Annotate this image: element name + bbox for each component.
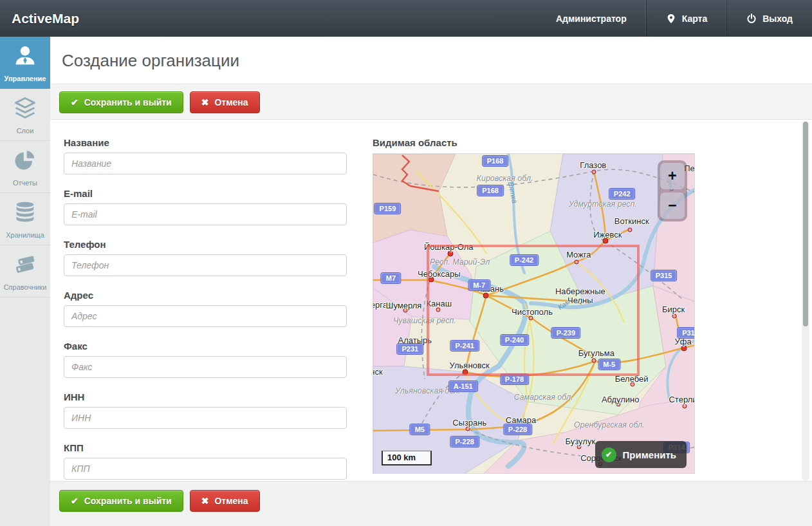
- field-label: Адрес: [64, 290, 347, 301]
- sidebar-item-management[interactable]: Управление: [0, 37, 50, 89]
- city-label: Уфа: [674, 337, 691, 346]
- field-inn: ИНН: [64, 391, 347, 429]
- map-scale-bar: 100 km: [382, 451, 432, 465]
- cancel-button[interactable]: ✖ Отмена: [190, 91, 260, 113]
- sidebar-item-label: Хранилища: [1, 231, 49, 239]
- city-label: Бузулук: [566, 438, 596, 447]
- zoom-control: + −: [658, 160, 687, 221]
- pie-chart-icon: [12, 164, 38, 175]
- field-label: ИНН: [64, 391, 347, 402]
- check-icon: ✔: [71, 97, 78, 108]
- fax-input[interactable]: [64, 356, 347, 378]
- cancel-button-label: Отмена: [214, 496, 248, 506]
- sidebar-item-label: Слои: [1, 127, 49, 135]
- field-label: E-mail: [64, 188, 347, 199]
- map-canvas[interactable]: Кировская обл.Удмуртская респ.Респ. Мари…: [373, 153, 695, 474]
- road-badge: Р-228: [504, 424, 531, 435]
- app-header: ActiveMap Администратор Карта Выход: [0, 0, 812, 37]
- sidebar-item-label: Управление: [1, 75, 49, 82]
- city-label: Воткинск: [614, 217, 649, 226]
- sidebar-item-directories[interactable]: Справочники: [0, 245, 50, 297]
- visible-area-section: Видимая область: [373, 137, 695, 481]
- sidebar-item-label: Отчеты: [1, 179, 49, 187]
- power-icon: [746, 14, 757, 24]
- sidebar-item-label: Справочники: [1, 283, 49, 291]
- road-badge: Р242: [609, 189, 635, 199]
- layers-icon: [12, 112, 38, 123]
- user-menu[interactable]: Администратор: [537, 0, 646, 37]
- check-icon: ✔: [71, 496, 78, 506]
- email-input[interactable]: [64, 203, 347, 225]
- scrollbar-thumb[interactable]: [803, 122, 808, 326]
- city-dot: [672, 314, 677, 318]
- city-label: Стерлита: [669, 395, 695, 404]
- title-area: Создание организации: [50, 37, 812, 84]
- sidebar-item-reports[interactable]: Отчеты: [0, 141, 50, 193]
- map-pin-icon: [666, 14, 676, 24]
- books-icon: [12, 268, 38, 279]
- sidebar-item-storages[interactable]: Хранилища: [0, 193, 50, 245]
- cancel-button[interactable]: ✖ Отмена: [190, 490, 260, 512]
- organization-form: Название E-mail Телефон Адрес Факс ИНН: [64, 137, 347, 481]
- field-label: Название: [64, 137, 347, 148]
- road-badge: Р159: [375, 203, 401, 214]
- region-label: Оренбургская обл.: [574, 420, 645, 429]
- field-kpp: КПП: [64, 442, 347, 480]
- user-icon: [12, 60, 38, 71]
- road-badge: Р168: [483, 156, 508, 166]
- field-address: Адрес: [64, 290, 347, 327]
- map-link[interactable]: Карта: [646, 0, 727, 37]
- field-email: E-mail: [64, 188, 347, 225]
- city-dot: [683, 404, 687, 408]
- address-input[interactable]: [64, 305, 347, 327]
- user-menu-label: Администратор: [556, 14, 627, 24]
- road-badge: Р315: [678, 328, 695, 338]
- road-badge: Р-228: [451, 437, 479, 447]
- kpp-input[interactable]: [64, 458, 347, 480]
- sidebar: Управление Слои Отчеты Хранилища Справоч…: [0, 37, 50, 526]
- phone-input[interactable]: [64, 254, 347, 276]
- app-logo: ActiveMap: [12, 11, 79, 26]
- zoom-in-button[interactable]: +: [660, 163, 685, 189]
- main-panel: Создание организации ✔ Сохранить и выйти…: [50, 37, 812, 526]
- logout-link[interactable]: Выход: [726, 0, 812, 37]
- city-label: Ижевск: [593, 230, 622, 240]
- city-label: Сызрань: [452, 418, 486, 427]
- field-label: Телефон: [64, 239, 347, 250]
- sidebar-item-layers[interactable]: Слои: [0, 89, 50, 141]
- zoom-out-button[interactable]: −: [660, 193, 685, 219]
- city-dot: [591, 169, 596, 174]
- map-link-label: Карта: [682, 14, 708, 24]
- apply-button[interactable]: ✔ Применить: [595, 441, 687, 468]
- river-label: Вятка: [507, 181, 519, 203]
- field-label: Факс: [64, 341, 347, 352]
- city-label: Шумерля: [385, 301, 421, 310]
- bottom-toolbar: ✔ Сохранить и выйти ✖ Отмена: [50, 481, 812, 526]
- road-badge: Р315: [651, 270, 677, 281]
- apply-button-label: Применить: [623, 449, 676, 460]
- inn-input[interactable]: [64, 407, 347, 429]
- save-exit-button-label: Сохранить и выйти: [84, 97, 172, 108]
- name-input[interactable]: [64, 153, 347, 174]
- database-icon: [12, 216, 38, 227]
- content-area: Название E-mail Телефон Адрес Факс ИНН: [50, 120, 812, 481]
- cancel-button-label: Отмена: [214, 97, 248, 108]
- city-label: Самара: [506, 416, 536, 425]
- road-badge: М5: [411, 424, 429, 435]
- visible-area-label: Видимая область: [373, 137, 695, 148]
- save-exit-button[interactable]: ✔ Сохранить и выйти: [59, 91, 183, 113]
- city-label: Абдулино: [602, 395, 640, 404]
- save-exit-button[interactable]: ✔ Сохранить и выйти: [59, 490, 183, 512]
- visible-area-selection-rect[interactable]: [427, 245, 640, 375]
- vertical-scrollbar[interactable]: [802, 121, 809, 481]
- top-toolbar: ✔ Сохранить и выйти ✖ Отмена: [50, 84, 812, 120]
- city-label: Белебей: [615, 375, 649, 384]
- region-label: Кировская обл.: [477, 174, 533, 183]
- logout-link-label: Выход: [762, 14, 793, 24]
- city-label: Глазов: [580, 161, 606, 170]
- header-menu: Администратор Карта Выход: [537, 0, 812, 37]
- field-label: КПП: [64, 442, 347, 453]
- city-label: нск: [373, 368, 383, 377]
- cross-icon: ✖: [201, 97, 209, 108]
- road-badge: Р168: [477, 185, 503, 196]
